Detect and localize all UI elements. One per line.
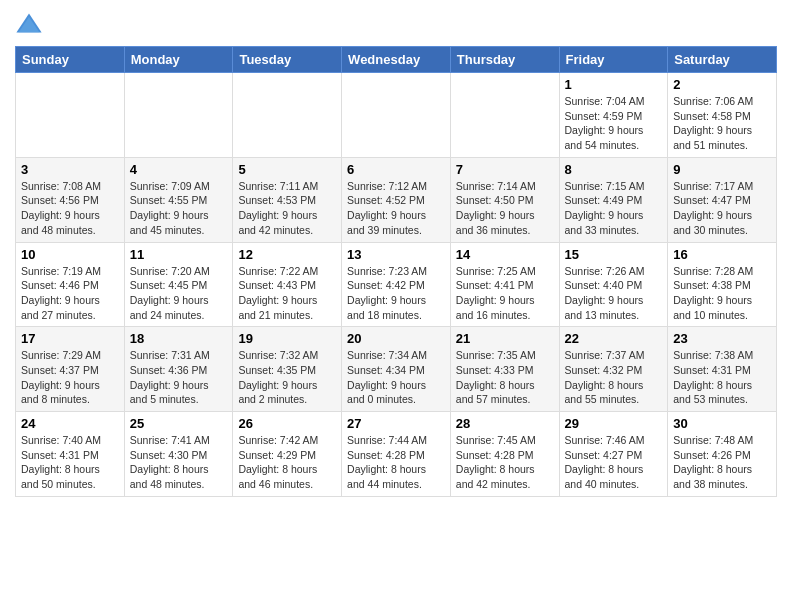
day-info: Sunrise: 7:41 AM Sunset: 4:30 PM Dayligh… xyxy=(130,433,228,492)
day-cell-13: 13Sunrise: 7:23 AM Sunset: 4:42 PM Dayli… xyxy=(342,242,451,327)
day-number: 27 xyxy=(347,416,445,431)
week-row-5: 24Sunrise: 7:40 AM Sunset: 4:31 PM Dayli… xyxy=(16,412,777,497)
day-info: Sunrise: 7:04 AM Sunset: 4:59 PM Dayligh… xyxy=(565,94,663,153)
weekday-header-monday: Monday xyxy=(124,47,233,73)
day-info: Sunrise: 7:15 AM Sunset: 4:49 PM Dayligh… xyxy=(565,179,663,238)
day-cell-5: 5Sunrise: 7:11 AM Sunset: 4:53 PM Daylig… xyxy=(233,157,342,242)
day-number: 3 xyxy=(21,162,119,177)
day-info: Sunrise: 7:20 AM Sunset: 4:45 PM Dayligh… xyxy=(130,264,228,323)
day-info: Sunrise: 7:22 AM Sunset: 4:43 PM Dayligh… xyxy=(238,264,336,323)
day-info: Sunrise: 7:45 AM Sunset: 4:28 PM Dayligh… xyxy=(456,433,554,492)
day-cell-30: 30Sunrise: 7:48 AM Sunset: 4:26 PM Dayli… xyxy=(668,412,777,497)
day-info: Sunrise: 7:25 AM Sunset: 4:41 PM Dayligh… xyxy=(456,264,554,323)
weekday-header-wednesday: Wednesday xyxy=(342,47,451,73)
day-number: 18 xyxy=(130,331,228,346)
day-info: Sunrise: 7:29 AM Sunset: 4:37 PM Dayligh… xyxy=(21,348,119,407)
logo-icon xyxy=(15,10,43,38)
day-number: 13 xyxy=(347,247,445,262)
weekday-header-tuesday: Tuesday xyxy=(233,47,342,73)
day-number: 16 xyxy=(673,247,771,262)
day-info: Sunrise: 7:28 AM Sunset: 4:38 PM Dayligh… xyxy=(673,264,771,323)
day-number: 17 xyxy=(21,331,119,346)
day-info: Sunrise: 7:08 AM Sunset: 4:56 PM Dayligh… xyxy=(21,179,119,238)
weekday-header-thursday: Thursday xyxy=(450,47,559,73)
header xyxy=(15,10,777,38)
day-cell-10: 10Sunrise: 7:19 AM Sunset: 4:46 PM Dayli… xyxy=(16,242,125,327)
week-row-4: 17Sunrise: 7:29 AM Sunset: 4:37 PM Dayli… xyxy=(16,327,777,412)
day-info: Sunrise: 7:46 AM Sunset: 4:27 PM Dayligh… xyxy=(565,433,663,492)
day-cell-6: 6Sunrise: 7:12 AM Sunset: 4:52 PM Daylig… xyxy=(342,157,451,242)
day-number: 23 xyxy=(673,331,771,346)
day-info: Sunrise: 7:14 AM Sunset: 4:50 PM Dayligh… xyxy=(456,179,554,238)
day-cell-26: 26Sunrise: 7:42 AM Sunset: 4:29 PM Dayli… xyxy=(233,412,342,497)
day-info: Sunrise: 7:17 AM Sunset: 4:47 PM Dayligh… xyxy=(673,179,771,238)
day-number: 20 xyxy=(347,331,445,346)
day-cell-28: 28Sunrise: 7:45 AM Sunset: 4:28 PM Dayli… xyxy=(450,412,559,497)
day-cell-25: 25Sunrise: 7:41 AM Sunset: 4:30 PM Dayli… xyxy=(124,412,233,497)
day-number: 25 xyxy=(130,416,228,431)
day-number: 22 xyxy=(565,331,663,346)
weekday-header-sunday: Sunday xyxy=(16,47,125,73)
day-cell-16: 16Sunrise: 7:28 AM Sunset: 4:38 PM Dayli… xyxy=(668,242,777,327)
day-number: 7 xyxy=(456,162,554,177)
day-cell-19: 19Sunrise: 7:32 AM Sunset: 4:35 PM Dayli… xyxy=(233,327,342,412)
day-cell-17: 17Sunrise: 7:29 AM Sunset: 4:37 PM Dayli… xyxy=(16,327,125,412)
day-info: Sunrise: 7:26 AM Sunset: 4:40 PM Dayligh… xyxy=(565,264,663,323)
empty-cell xyxy=(342,73,451,158)
day-number: 15 xyxy=(565,247,663,262)
day-cell-18: 18Sunrise: 7:31 AM Sunset: 4:36 PM Dayli… xyxy=(124,327,233,412)
day-info: Sunrise: 7:34 AM Sunset: 4:34 PM Dayligh… xyxy=(347,348,445,407)
day-cell-9: 9Sunrise: 7:17 AM Sunset: 4:47 PM Daylig… xyxy=(668,157,777,242)
empty-cell xyxy=(450,73,559,158)
empty-cell xyxy=(124,73,233,158)
day-info: Sunrise: 7:42 AM Sunset: 4:29 PM Dayligh… xyxy=(238,433,336,492)
day-number: 30 xyxy=(673,416,771,431)
day-info: Sunrise: 7:40 AM Sunset: 4:31 PM Dayligh… xyxy=(21,433,119,492)
day-number: 21 xyxy=(456,331,554,346)
week-row-2: 3Sunrise: 7:08 AM Sunset: 4:56 PM Daylig… xyxy=(16,157,777,242)
day-info: Sunrise: 7:19 AM Sunset: 4:46 PM Dayligh… xyxy=(21,264,119,323)
day-cell-15: 15Sunrise: 7:26 AM Sunset: 4:40 PM Dayli… xyxy=(559,242,668,327)
week-row-3: 10Sunrise: 7:19 AM Sunset: 4:46 PM Dayli… xyxy=(16,242,777,327)
day-info: Sunrise: 7:48 AM Sunset: 4:26 PM Dayligh… xyxy=(673,433,771,492)
day-cell-2: 2Sunrise: 7:06 AM Sunset: 4:58 PM Daylig… xyxy=(668,73,777,158)
day-number: 6 xyxy=(347,162,445,177)
logo xyxy=(15,10,47,38)
day-info: Sunrise: 7:35 AM Sunset: 4:33 PM Dayligh… xyxy=(456,348,554,407)
day-number: 5 xyxy=(238,162,336,177)
weekday-header-saturday: Saturday xyxy=(668,47,777,73)
day-cell-29: 29Sunrise: 7:46 AM Sunset: 4:27 PM Dayli… xyxy=(559,412,668,497)
day-number: 9 xyxy=(673,162,771,177)
day-info: Sunrise: 7:44 AM Sunset: 4:28 PM Dayligh… xyxy=(347,433,445,492)
day-number: 2 xyxy=(673,77,771,92)
day-cell-27: 27Sunrise: 7:44 AM Sunset: 4:28 PM Dayli… xyxy=(342,412,451,497)
day-info: Sunrise: 7:23 AM Sunset: 4:42 PM Dayligh… xyxy=(347,264,445,323)
day-number: 19 xyxy=(238,331,336,346)
day-number: 12 xyxy=(238,247,336,262)
day-info: Sunrise: 7:37 AM Sunset: 4:32 PM Dayligh… xyxy=(565,348,663,407)
day-info: Sunrise: 7:38 AM Sunset: 4:31 PM Dayligh… xyxy=(673,348,771,407)
day-info: Sunrise: 7:06 AM Sunset: 4:58 PM Dayligh… xyxy=(673,94,771,153)
day-cell-4: 4Sunrise: 7:09 AM Sunset: 4:55 PM Daylig… xyxy=(124,157,233,242)
day-number: 29 xyxy=(565,416,663,431)
day-cell-8: 8Sunrise: 7:15 AM Sunset: 4:49 PM Daylig… xyxy=(559,157,668,242)
empty-cell xyxy=(233,73,342,158)
day-cell-24: 24Sunrise: 7:40 AM Sunset: 4:31 PM Dayli… xyxy=(16,412,125,497)
week-row-1: 1Sunrise: 7:04 AM Sunset: 4:59 PM Daylig… xyxy=(16,73,777,158)
day-cell-12: 12Sunrise: 7:22 AM Sunset: 4:43 PM Dayli… xyxy=(233,242,342,327)
day-number: 14 xyxy=(456,247,554,262)
day-info: Sunrise: 7:31 AM Sunset: 4:36 PM Dayligh… xyxy=(130,348,228,407)
day-info: Sunrise: 7:12 AM Sunset: 4:52 PM Dayligh… xyxy=(347,179,445,238)
empty-cell xyxy=(16,73,125,158)
day-info: Sunrise: 7:09 AM Sunset: 4:55 PM Dayligh… xyxy=(130,179,228,238)
day-number: 28 xyxy=(456,416,554,431)
day-number: 1 xyxy=(565,77,663,92)
calendar-table: SundayMondayTuesdayWednesdayThursdayFrid… xyxy=(15,46,777,497)
day-number: 4 xyxy=(130,162,228,177)
day-number: 8 xyxy=(565,162,663,177)
day-number: 26 xyxy=(238,416,336,431)
day-cell-7: 7Sunrise: 7:14 AM Sunset: 4:50 PM Daylig… xyxy=(450,157,559,242)
day-cell-21: 21Sunrise: 7:35 AM Sunset: 4:33 PM Dayli… xyxy=(450,327,559,412)
day-cell-14: 14Sunrise: 7:25 AM Sunset: 4:41 PM Dayli… xyxy=(450,242,559,327)
day-cell-1: 1Sunrise: 7:04 AM Sunset: 4:59 PM Daylig… xyxy=(559,73,668,158)
